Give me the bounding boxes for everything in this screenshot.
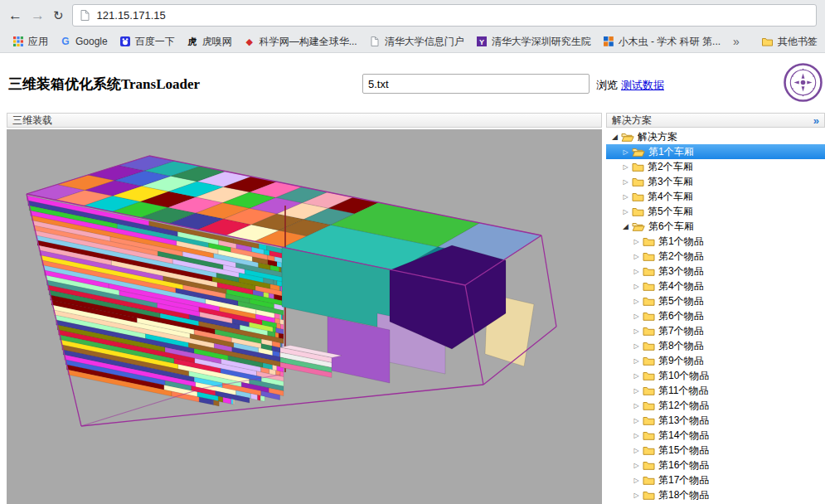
collapse-panel-chevron[interactable]: » xyxy=(813,114,819,127)
tree-node-item-13[interactable]: ▷第13个物品 xyxy=(606,413,825,428)
expander-collapsed-icon[interactable]: ▷ xyxy=(631,477,642,484)
sciencenet-icon: ◆ xyxy=(244,36,255,47)
bookmark-7[interactable]: Y清华大学深圳研究生院 xyxy=(470,32,597,51)
expander-collapsed-icon[interactable]: ▷ xyxy=(631,447,642,454)
tree-node-carriage-2[interactable]: ▷第2个车厢 xyxy=(606,159,825,174)
folder-icon xyxy=(643,371,655,380)
page-icon xyxy=(80,10,91,21)
expander-collapsed-icon[interactable]: ▷ xyxy=(631,253,642,260)
folder-icon xyxy=(643,296,655,306)
expander-expanded-icon[interactable]: ◢ xyxy=(609,133,620,141)
bookmark-label: 清华大学信息门户 xyxy=(385,35,464,49)
forward-icon[interactable]: → xyxy=(31,8,45,22)
expander-collapsed-icon[interactable]: ▷ xyxy=(620,178,631,186)
expander-collapsed-icon[interactable]: ▷ xyxy=(620,163,631,171)
back-icon[interactable]: ← xyxy=(8,8,22,22)
tree-node-item-6[interactable]: ▷第6个物品 xyxy=(606,308,825,323)
expander-collapsed-icon[interactable]: ▷ xyxy=(631,432,642,439)
expander-collapsed-icon[interactable]: ▷ xyxy=(631,327,642,335)
tree-node-label: 第18个物品 xyxy=(658,488,709,502)
tree-node-item-12[interactable]: ▷第12个物品 xyxy=(606,398,825,413)
tree-node-item-8[interactable]: ▷第8个物品 xyxy=(606,338,825,353)
folder-icon xyxy=(632,191,644,201)
other-bookmarks-button[interactable]: 其他书签 xyxy=(756,32,823,51)
bookmark-4[interactable]: 虎虎嗅网 xyxy=(181,32,238,51)
tree-node-label: 第11个物品 xyxy=(658,384,708,398)
expander-collapsed-icon[interactable]: ▷ xyxy=(631,342,642,350)
apps-grid-icon xyxy=(12,36,24,46)
tree-node-label: 第3个车厢 xyxy=(648,175,693,189)
bookmark-3[interactable]: 百度一下 xyxy=(114,32,181,51)
tree-node-item-11[interactable]: ▷第11个物品 xyxy=(606,383,825,398)
tree-node-label: 第10个物品 xyxy=(658,369,709,383)
expander-collapsed-icon[interactable]: ▷ xyxy=(631,402,642,410)
bookmark-6[interactable]: 清华大学信息门户 xyxy=(363,32,470,51)
tree-node-label: 第1个车厢 xyxy=(648,145,694,159)
tree-node-item-16[interactable]: ▷第16个物品 xyxy=(606,458,825,472)
folder-icon xyxy=(632,206,644,216)
tree-node-item-5[interactable]: ▷第5个物品 xyxy=(606,293,825,308)
bookmark-label: 小木虫 - 学术 科研 第... xyxy=(619,35,721,49)
expander-collapsed-icon[interactable]: ▷ xyxy=(631,298,642,305)
expander-collapsed-icon[interactable]: ▷ xyxy=(620,148,631,156)
tree-node-carriage-3[interactable]: ▷第3个车厢 xyxy=(606,174,825,189)
bookmarks-overflow-chevron[interactable]: » xyxy=(726,35,746,48)
tree-node-item-9[interactable]: ▷第9个物品 xyxy=(606,353,825,368)
tree-node-label: 第2个物品 xyxy=(658,250,704,264)
tree-node-label: 第5个车厢 xyxy=(648,205,693,219)
tree-node-item-3[interactable]: ▷第3个物品 xyxy=(606,264,825,279)
expander-collapsed-icon[interactable]: ▷ xyxy=(631,238,642,245)
tree-node-carriage-4[interactable]: ▷第4个车厢 xyxy=(606,189,825,204)
tree-node-label: 第7个物品 xyxy=(658,324,704,338)
folder-icon xyxy=(643,385,655,395)
solution-tree: ◢解决方案▷第1个车厢▷第2个车厢▷第3个车厢▷第4个车厢▷第5个车厢◢第6个车… xyxy=(606,129,825,504)
tree-node-item-1[interactable]: ▷第1个物品 xyxy=(606,234,825,249)
expander-collapsed-icon[interactable]: ▷ xyxy=(631,372,642,380)
expander-collapsed-icon[interactable]: ▷ xyxy=(631,387,642,395)
file-name-input[interactable] xyxy=(362,74,590,94)
tree-node-carriage-6[interactable]: ◢第6个车厢 xyxy=(606,219,825,234)
tree-node-item-18[interactable]: ▷第18个物品 xyxy=(606,487,825,502)
tree-node-carriage-5[interactable]: ▷第5个车厢 xyxy=(606,204,825,219)
bookmark-5[interactable]: ◆科学网—构建全球华... xyxy=(238,32,363,51)
tree-node-item-10[interactable]: ▷第10个物品 xyxy=(606,368,825,383)
xiaomuchong-icon xyxy=(603,36,614,46)
tree-node-item-4[interactable]: ▷第4个物品 xyxy=(606,279,825,293)
solution-panel-title: 解决方案 xyxy=(612,114,652,128)
expander-collapsed-icon[interactable]: ▷ xyxy=(620,193,631,201)
tree-node-item-14[interactable]: ▷第14个物品 xyxy=(606,428,825,443)
3d-canvas[interactable] xyxy=(7,129,602,504)
reload-icon[interactable]: ↻ xyxy=(53,9,64,22)
expander-collapsed-icon[interactable]: ▷ xyxy=(631,492,642,499)
bookmark-label: Google xyxy=(75,36,108,47)
folder-icon xyxy=(762,37,774,46)
page-header: 三维装箱优化系统TransLoader 浏览 测试数据 xyxy=(0,53,825,113)
tree-node-item-17[interactable]: ▷第17个物品 xyxy=(606,472,825,487)
bookmark-8[interactable]: 小木虫 - 学术 科研 第... xyxy=(597,32,726,51)
expander-collapsed-icon[interactable]: ▷ xyxy=(631,417,642,424)
tree-node-item-7[interactable]: ▷第7个物品 xyxy=(606,323,825,338)
browser-toolbar: ← → ↻ 121.15.171.15 xyxy=(0,0,825,31)
folder-icon xyxy=(643,341,655,351)
test-data-link[interactable]: 测试数据 xyxy=(621,78,664,93)
bookmark-1[interactable]: 应用 xyxy=(7,32,54,51)
bookmark-2[interactable]: GGoogle xyxy=(54,33,114,50)
expander-collapsed-icon[interactable]: ▷ xyxy=(631,313,642,320)
tree-node-label: 第5个物品 xyxy=(658,294,704,308)
tree-node-root[interactable]: ◢解决方案 xyxy=(606,129,825,144)
expander-collapsed-icon[interactable]: ▷ xyxy=(631,283,642,290)
address-bar[interactable]: 121.15.171.15 xyxy=(72,4,817,27)
expander-collapsed-icon[interactable]: ▷ xyxy=(620,208,631,216)
loading-view-panel: 三维装载 xyxy=(7,113,602,504)
folder-icon xyxy=(643,430,655,440)
expander-expanded-icon[interactable]: ◢ xyxy=(620,222,631,230)
tree-node-item-2[interactable]: ▷第2个物品 xyxy=(606,249,825,264)
expander-collapsed-icon[interactable]: ▷ xyxy=(631,268,642,275)
tree-node-label: 第6个车厢 xyxy=(648,220,694,234)
tree-node-item-15[interactable]: ▷第15个物品 xyxy=(606,443,825,458)
tree-node-carriage-1[interactable]: ▷第1个车厢 xyxy=(606,144,825,159)
main-content: 三维装载 解决方案 » ◢解决方案▷第1个车厢▷第2个车厢▷第3个车厢▷第4个车… xyxy=(0,113,825,504)
browse-button[interactable]: 浏览 xyxy=(596,78,618,93)
expander-collapsed-icon[interactable]: ▷ xyxy=(631,357,642,365)
expander-collapsed-icon[interactable]: ▷ xyxy=(631,462,642,469)
